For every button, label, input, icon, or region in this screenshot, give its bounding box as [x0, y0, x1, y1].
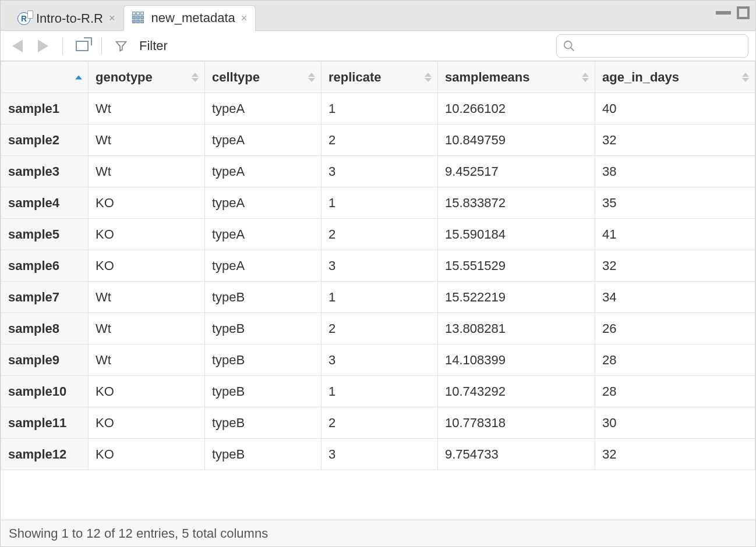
column-header-rownames[interactable]	[1, 62, 89, 93]
row-name-cell[interactable]: sample8	[1, 313, 89, 344]
cell-celltype[interactable]: typeB	[205, 282, 322, 313]
cell-celltype[interactable]: typeA	[205, 156, 322, 187]
cell-samplemeans[interactable]: 9.754733	[438, 439, 595, 470]
row-name-cell[interactable]: sample6	[1, 250, 89, 282]
row-name-cell[interactable]: sample11	[1, 407, 89, 439]
cell-replicate[interactable]: 3	[322, 156, 438, 187]
table-row[interactable]: sample11KOtypeB210.77831830	[1, 407, 755, 439]
cell-genotype[interactable]: KO	[89, 376, 205, 407]
nav-back-button[interactable]	[8, 36, 27, 56]
cell-samplemeans[interactable]: 13.808281	[438, 313, 595, 344]
cell-genotype[interactable]: KO	[89, 439, 205, 470]
table-row[interactable]: sample10KOtypeB110.74329228	[1, 376, 755, 407]
cell-samplemeans[interactable]: 10.778318	[438, 407, 595, 439]
cell-genotype[interactable]: KO	[89, 407, 205, 439]
cell-replicate[interactable]: 1	[322, 93, 438, 125]
cell-replicate[interactable]: 2	[322, 219, 438, 250]
cell-age_in_days[interactable]: 34	[595, 282, 755, 313]
cell-genotype[interactable]: Wt	[89, 344, 205, 376]
cell-genotype[interactable]: Wt	[89, 125, 205, 156]
cell-replicate[interactable]: 2	[322, 407, 438, 439]
cell-samplemeans[interactable]: 15.833872	[438, 187, 595, 219]
cell-age_in_days[interactable]: 40	[595, 93, 755, 125]
table-row[interactable]: sample8WttypeB213.80828126	[1, 313, 755, 344]
cell-genotype[interactable]: Wt	[89, 156, 205, 187]
close-icon[interactable]: ×	[241, 12, 248, 24]
popout-button[interactable]	[72, 36, 92, 56]
cell-samplemeans[interactable]: 14.108399	[438, 344, 595, 376]
cell-replicate[interactable]: 3	[322, 439, 438, 470]
cell-age_in_days[interactable]: 32	[595, 250, 755, 282]
cell-celltype[interactable]: typeA	[205, 219, 322, 250]
cell-genotype[interactable]: KO	[89, 250, 205, 282]
search-field[interactable]	[556, 34, 748, 58]
table-row[interactable]: sample12KOtypeB39.75473332	[1, 439, 755, 470]
column-header-replicate[interactable]: replicate	[322, 62, 438, 93]
cell-replicate[interactable]: 1	[322, 187, 438, 219]
cell-genotype[interactable]: Wt	[89, 93, 205, 125]
cell-replicate[interactable]: 1	[322, 376, 438, 407]
cell-celltype[interactable]: typeA	[205, 125, 322, 156]
cell-genotype[interactable]: Wt	[89, 282, 205, 313]
table-row[interactable]: sample9WttypeB314.10839928	[1, 344, 755, 376]
data-table-wrap[interactable]: genotype celltype replicate samplemeans	[1, 61, 755, 520]
cell-genotype[interactable]: KO	[89, 219, 205, 250]
row-name-cell[interactable]: sample7	[1, 282, 89, 313]
cell-age_in_days[interactable]: 38	[595, 156, 755, 187]
cell-celltype[interactable]: typeA	[205, 187, 322, 219]
column-header-genotype[interactable]: genotype	[89, 62, 205, 93]
maximize-icon[interactable]	[737, 6, 750, 19]
cell-replicate[interactable]: 2	[322, 125, 438, 156]
row-name-cell[interactable]: sample1	[1, 93, 89, 125]
cell-samplemeans[interactable]: 10.266102	[438, 93, 595, 125]
row-name-cell[interactable]: sample3	[1, 156, 89, 187]
close-icon[interactable]: ×	[109, 12, 115, 24]
cell-celltype[interactable]: typeB	[205, 344, 322, 376]
cell-celltype[interactable]: typeB	[205, 313, 322, 344]
tab-intro-to-r[interactable]: R Intro-to-R.R ×	[9, 5, 123, 31]
cell-samplemeans[interactable]: 10.849759	[438, 125, 595, 156]
minimize-icon[interactable]	[716, 6, 731, 15]
cell-replicate[interactable]: 1	[322, 282, 438, 313]
row-name-cell[interactable]: sample2	[1, 125, 89, 156]
column-header-age-in-days[interactable]: age_in_days	[595, 62, 755, 93]
cell-celltype[interactable]: typeB	[205, 376, 322, 407]
cell-samplemeans[interactable]: 10.743292	[438, 376, 595, 407]
cell-genotype[interactable]: Wt	[89, 313, 205, 344]
row-name-cell[interactable]: sample4	[1, 187, 89, 219]
column-header-celltype[interactable]: celltype	[205, 62, 322, 93]
row-name-cell[interactable]: sample10	[1, 376, 89, 407]
search-input[interactable]	[580, 39, 742, 52]
table-row[interactable]: sample4KOtypeA115.83387235	[1, 187, 755, 219]
cell-celltype[interactable]: typeB	[205, 439, 322, 470]
table-row[interactable]: sample5KOtypeA215.59018441	[1, 219, 755, 250]
row-name-cell[interactable]: sample9	[1, 344, 89, 376]
cell-genotype[interactable]: KO	[89, 187, 205, 219]
cell-samplemeans[interactable]: 15.590184	[438, 219, 595, 250]
cell-age_in_days[interactable]: 32	[595, 125, 755, 156]
cell-celltype[interactable]: typeA	[205, 93, 322, 125]
cell-celltype[interactable]: typeA	[205, 250, 322, 282]
cell-age_in_days[interactable]: 35	[595, 187, 755, 219]
cell-replicate[interactable]: 3	[322, 250, 438, 282]
cell-age_in_days[interactable]: 32	[595, 439, 755, 470]
table-row[interactable]: sample3WttypeA39.45251738	[1, 156, 755, 187]
nav-forward-button[interactable]	[33, 36, 53, 56]
cell-age_in_days[interactable]: 41	[595, 219, 755, 250]
cell-samplemeans[interactable]: 15.551529	[438, 250, 595, 282]
cell-replicate[interactable]: 3	[322, 344, 438, 376]
cell-age_in_days[interactable]: 26	[595, 313, 755, 344]
cell-samplemeans[interactable]: 15.522219	[438, 282, 595, 313]
table-row[interactable]: sample6KOtypeA315.55152932	[1, 250, 755, 282]
row-name-cell[interactable]: sample12	[1, 439, 89, 470]
tab-new-metadata[interactable]: new_metadata ×	[123, 5, 256, 31]
table-row[interactable]: sample2WttypeA210.84975932	[1, 125, 755, 156]
cell-age_in_days[interactable]: 28	[595, 376, 755, 407]
cell-age_in_days[interactable]: 30	[595, 407, 755, 439]
row-name-cell[interactable]: sample5	[1, 219, 89, 250]
filter-button[interactable]	[111, 36, 131, 56]
cell-celltype[interactable]: typeB	[205, 407, 322, 439]
table-row[interactable]: sample1WttypeA110.26610240	[1, 93, 755, 125]
cell-samplemeans[interactable]: 9.452517	[438, 156, 595, 187]
cell-replicate[interactable]: 2	[322, 313, 438, 344]
